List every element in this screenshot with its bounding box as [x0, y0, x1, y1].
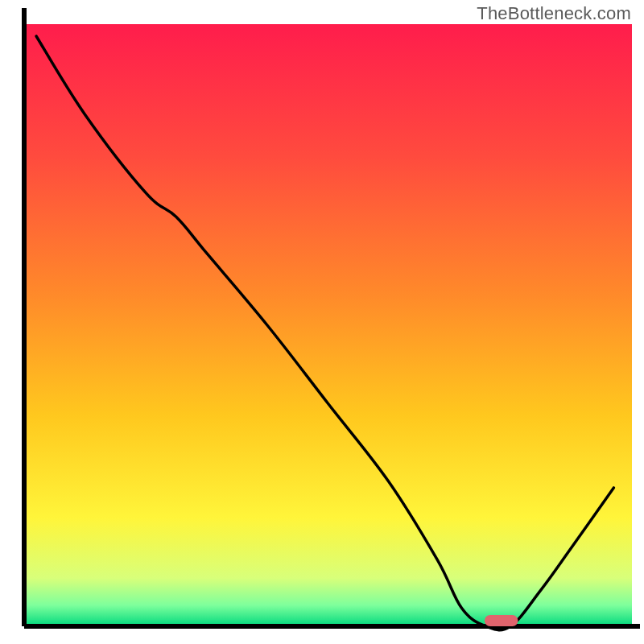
chart-canvas: TheBottleneck.com: [0, 0, 644, 644]
chart-svg: [0, 0, 644, 644]
plot-background: [24, 24, 632, 626]
watermark-text: TheBottleneck.com: [477, 3, 631, 24]
optimum-marker: [485, 615, 518, 626]
